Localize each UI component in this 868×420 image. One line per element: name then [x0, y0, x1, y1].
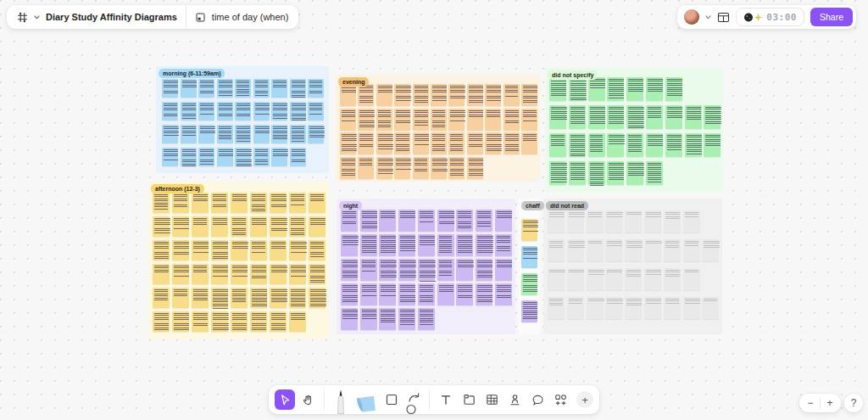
- sticky-note[interactable]: [198, 79, 214, 98]
- sticky-note[interactable]: [250, 288, 267, 308]
- sticky-note[interactable]: [495, 259, 512, 281]
- sticky-note[interactable]: [644, 239, 661, 261]
- sticky-note[interactable]: [626, 105, 643, 129]
- section-morning[interactable]: morning (6-11:59am): [156, 66, 329, 173]
- sticky-note[interactable]: [217, 79, 233, 98]
- sticky-note[interactable]: [290, 148, 306, 166]
- sticky-note[interactable]: [341, 259, 358, 281]
- sticky-note[interactable]: [231, 311, 248, 332]
- sticky-note[interactable]: [418, 259, 435, 281]
- sticky-note[interactable]: [664, 268, 681, 290]
- sticky-note[interactable]: [394, 157, 410, 179]
- sticky-note[interactable]: [626, 133, 643, 157]
- sticky-note[interactable]: [172, 311, 189, 332]
- sticky-note[interactable]: [644, 297, 661, 319]
- sticky-note[interactable]: [398, 259, 415, 281]
- sticky-note[interactable]: [625, 239, 642, 261]
- sticky-note[interactable]: [665, 133, 682, 157]
- sticky-note[interactable]: [607, 105, 624, 129]
- sticky-note[interactable]: [340, 132, 356, 154]
- help-button[interactable]: ?: [844, 394, 863, 412]
- sticky-note[interactable]: [270, 311, 287, 332]
- sticky-note[interactable]: [360, 234, 377, 256]
- sticky-note[interactable]: [253, 125, 270, 143]
- sticky-note[interactable]: [569, 161, 586, 185]
- sticky-note[interactable]: [504, 132, 520, 154]
- sticky-note[interactable]: [588, 161, 605, 185]
- sticky-note[interactable]: [271, 79, 287, 98]
- sticky-note[interactable]: [290, 102, 306, 120]
- sticky-note[interactable]: [567, 297, 584, 319]
- sticky-note[interactable]: [379, 283, 396, 305]
- sticky-note[interactable]: [181, 125, 197, 143]
- section-label-chaff[interactable]: chaff: [521, 201, 544, 210]
- sticky-note[interactable]: [181, 148, 197, 166]
- sticky-note-tool[interactable]: [353, 385, 379, 414]
- sticky-note[interactable]: [360, 283, 377, 305]
- sticky-note[interactable]: [646, 133, 663, 157]
- sticky-note[interactable]: [379, 234, 396, 256]
- sticky-note[interactable]: [504, 84, 520, 106]
- sticky-note[interactable]: [418, 210, 435, 232]
- sticky-note[interactable]: [172, 288, 189, 308]
- sticky-note[interactable]: [495, 234, 512, 256]
- sticky-note[interactable]: [162, 148, 178, 166]
- sticky-note[interactable]: [702, 239, 719, 261]
- hand-tool[interactable]: [298, 389, 318, 410]
- select-tool[interactable]: [275, 389, 295, 410]
- zoom-out-button[interactable]: −: [801, 394, 820, 412]
- zoom-in-button[interactable]: +: [821, 394, 839, 412]
- sticky-note[interactable]: [231, 216, 248, 237]
- sticky-note[interactable]: [394, 84, 410, 106]
- sticky-note[interactable]: [341, 234, 358, 256]
- sticky-note[interactable]: [456, 234, 473, 256]
- sticky-note[interactable]: [549, 133, 566, 157]
- sticky-note[interactable]: [607, 133, 624, 157]
- sticky-note[interactable]: [235, 125, 251, 143]
- sticky-note[interactable]: [250, 193, 267, 213]
- file-menu[interactable]: Diary Study Affinity Diagrams: [8, 5, 186, 29]
- sticky-note[interactable]: [456, 210, 473, 232]
- sticky-note[interactable]: [289, 240, 306, 260]
- sticky-note[interactable]: [548, 297, 565, 319]
- sticky-note[interactable]: [172, 216, 189, 237]
- section-label-morning[interactable]: morning (6-11:59am): [159, 69, 225, 78]
- sticky-note[interactable]: [153, 193, 170, 213]
- templates-icon[interactable]: [717, 12, 730, 23]
- sticky-note[interactable]: [379, 210, 396, 232]
- section-label-did-not-read[interactable]: did not read: [546, 201, 588, 210]
- sticky-note[interactable]: [153, 216, 170, 237]
- sticky-note[interactable]: [448, 84, 465, 106]
- sticky-note[interactable]: [625, 210, 642, 232]
- sticky-note[interactable]: [153, 264, 170, 284]
- sticky-note[interactable]: [271, 148, 287, 166]
- sticky-note[interactable]: [437, 210, 454, 232]
- section-did-not-specify[interactable]: did not specify: [545, 68, 723, 192]
- sticky-note[interactable]: [685, 105, 702, 129]
- sticky-note[interactable]: [683, 210, 700, 232]
- sticky-note[interactable]: [567, 268, 584, 290]
- sticky-note[interactable]: [664, 210, 681, 232]
- sticky-note[interactable]: [588, 105, 605, 129]
- sticky-note[interactable]: [172, 240, 189, 260]
- sticky-note[interactable]: [308, 125, 324, 143]
- sticky-note[interactable]: [360, 210, 377, 232]
- sticky-note[interactable]: [431, 132, 447, 154]
- sticky-note[interactable]: [153, 288, 170, 308]
- sticky-note[interactable]: [253, 102, 270, 120]
- sticky-note[interactable]: [153, 311, 170, 332]
- sticky-note[interactable]: [376, 109, 392, 131]
- sticky-note[interactable]: [413, 132, 429, 154]
- sticky-note[interactable]: [485, 132, 501, 154]
- section-chaff[interactable]: chaff: [519, 199, 540, 334]
- comment-tool[interactable]: [527, 389, 548, 410]
- sticky-note[interactable]: [153, 240, 170, 260]
- sticky-note[interactable]: [394, 109, 410, 131]
- sticky-note[interactable]: [192, 288, 209, 308]
- sticky-note[interactable]: [231, 288, 248, 308]
- sticky-note[interactable]: [548, 239, 565, 261]
- sticky-note[interactable]: [289, 193, 306, 213]
- sticky-note[interactable]: [683, 268, 700, 290]
- section-night[interactable]: night: [337, 199, 515, 334]
- sticky-note[interactable]: [211, 193, 228, 213]
